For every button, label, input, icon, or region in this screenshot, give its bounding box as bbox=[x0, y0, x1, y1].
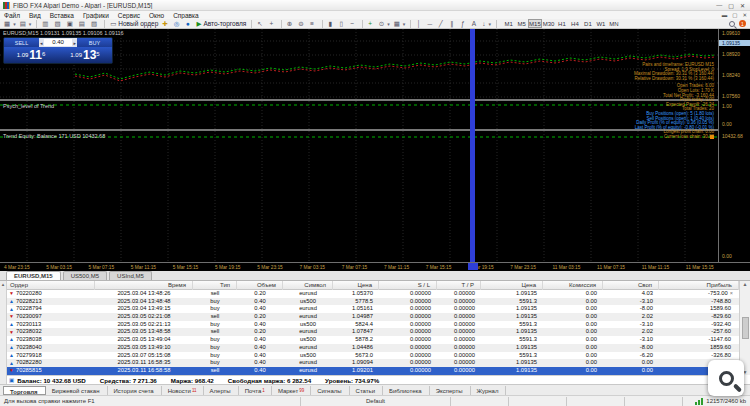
table-row[interactable]: ▲70282280 2025.03.11 16:58:35 buy 0.40 e… bbox=[7, 359, 739, 367]
column-header[interactable]: Символ bbox=[283, 281, 333, 290]
menu-view[interactable]: Вид bbox=[29, 12, 41, 19]
equity-scale-label: 0.00 bbox=[722, 253, 750, 259]
ea-info-line: Current loss chain: 30.88 bbox=[634, 135, 714, 140]
zoom-overlay-button[interactable] bbox=[708, 360, 744, 396]
order-open-price: 1.05370 bbox=[333, 290, 379, 298]
menu-file[interactable]: Файл bbox=[4, 12, 20, 19]
order-time: 2025.03.11 16:58:35 bbox=[95, 359, 193, 367]
order-open-price: 1.05161 bbox=[333, 305, 379, 313]
column-header[interactable]: Комиссия bbox=[543, 281, 603, 290]
order-type: buy bbox=[193, 344, 237, 352]
scrollbar-thumb[interactable] bbox=[742, 317, 749, 339]
order-profit: 1859.60 bbox=[710, 344, 731, 350]
order-type: sell bbox=[193, 328, 237, 336]
column-header[interactable]: Своп bbox=[603, 281, 659, 290]
toolbar: ▦ ▤ ▥ ▧ ▣ bbox=[0, 19, 750, 29]
terminal-left-strip[interactable]: ▴ bbox=[0, 281, 7, 395]
order-swap: 2.02 bbox=[603, 313, 659, 321]
subwindow-separator-1[interactable] bbox=[0, 99, 718, 101]
column-header[interactable]: T / P bbox=[437, 281, 481, 290]
column-header[interactable]: Ордер bbox=[7, 281, 95, 290]
order-commission: 0.00 bbox=[543, 359, 603, 367]
menu-charts[interactable]: Графики bbox=[83, 12, 109, 19]
table-row[interactable]: ▲70228794 2025.03.04 13:49:15 buy 0.40 e… bbox=[7, 305, 739, 313]
order-type-icon: ▲ bbox=[9, 307, 14, 312]
order-id: 70228213 bbox=[16, 298, 42, 306]
title-bar[interactable]: FIBO FX4 Alpari Demo - Alpari - [EURUSD,… bbox=[0, 0, 750, 11]
order-id: 70238040 bbox=[16, 344, 42, 352]
menu-insert[interactable]: Вставка bbox=[50, 12, 74, 19]
ea-info-line: Relative Drawdown: 30.31 % (3 160.44) bbox=[634, 77, 714, 82]
menu-help[interactable]: Справка bbox=[173, 12, 199, 19]
order-type-icon: ▲ bbox=[9, 299, 14, 304]
table-row[interactable]: ▼70285815 2025.03.11 16:58:58 sell 0.40 … bbox=[7, 367, 739, 375]
order-time: 2025.03.04 13:48:48 bbox=[95, 298, 193, 306]
table-row[interactable]: ▲70228213 2025.03.04 13:48:48 buy 0.40 u… bbox=[7, 298, 739, 306]
lot-input[interactable]: 0.40 bbox=[44, 39, 73, 46]
order-volume: 0.40 bbox=[237, 359, 283, 367]
chart-area[interactable]: EURUSD,M15 1.09131 1.09135 1.09106 1.091… bbox=[0, 29, 750, 262]
order-time: 2025.03.04 13:49:15 bbox=[95, 305, 193, 313]
table-row[interactable]: ▼70230097 2025.03.05 02:21:08 sell 0.20 … bbox=[7, 313, 739, 321]
chart-minimize-button[interactable]: ▬ bbox=[722, 12, 728, 18]
time-axis-label: 5 Mar 19:15 bbox=[215, 265, 241, 270]
menu-tools[interactable]: Сервис bbox=[118, 12, 140, 19]
buy-button[interactable]: 1.09 13 5 bbox=[58, 47, 112, 63]
buy-button-label[interactable]: BUY bbox=[77, 38, 112, 47]
table-row[interactable]: ▲70230113 2025.03.05 02:21:13 buy 0.40 u… bbox=[7, 321, 739, 329]
time-axis-label: 5 Mar 07:15 bbox=[89, 265, 115, 270]
vertical-line-object[interactable] bbox=[470, 29, 475, 262]
minimize-button[interactable]: — bbox=[716, 2, 722, 9]
column-header[interactable]: S / L bbox=[379, 281, 437, 290]
chart-restore-button[interactable]: ▢ bbox=[732, 12, 737, 18]
connection-status[interactable]: 12157/2460 kb bbox=[682, 397, 750, 406]
order-id: 70228794 bbox=[16, 305, 42, 313]
sell-button[interactable]: 1.09 11 6 bbox=[4, 47, 58, 63]
time-axis-label: 7 Mar 11:15 bbox=[384, 265, 409, 270]
close-order-icon[interactable]: × bbox=[730, 290, 733, 296]
window-title: FIBO FX4 Alpari Demo - Alpari - [EURUSD,… bbox=[13, 2, 716, 9]
order-commission: 0.00 bbox=[543, 305, 603, 313]
time-axis[interactable]: 4 Mar 23:155 Mar 03:155 Mar 07:155 Mar 1… bbox=[0, 262, 750, 271]
order-type-icon: ▲ bbox=[9, 337, 14, 342]
equity-scale-label: 10432.68 bbox=[722, 133, 750, 139]
search-icon[interactable] bbox=[729, 21, 735, 27]
maximize-button[interactable]: ▢ bbox=[728, 2, 734, 9]
order-sl: 0.00000 bbox=[379, 290, 437, 298]
close-button[interactable]: ✕ bbox=[740, 2, 745, 9]
table-row[interactable]: ▼70220280 2025.03.04 13:48:26 sell 0.20 … bbox=[7, 290, 739, 298]
grid-vertical-lines bbox=[27, 29, 685, 262]
column-header[interactable]: Время bbox=[95, 281, 193, 290]
terminal-tab-library: Библиотека bbox=[389, 387, 422, 395]
table-row[interactable]: ▲70238040 2025.03.05 13:49:10 buy 0.40 e… bbox=[7, 344, 739, 352]
price-scale[interactable]: 1.096101.089201.082401.07560 1.09135 1.0… bbox=[718, 29, 750, 262]
timeframe-buttons: M1 M5 M15 M30 H1 H4 D1 W1 MN bbox=[502, 19, 620, 28]
order-volume: 0.40 bbox=[237, 305, 283, 313]
column-header[interactable]: Цена bbox=[481, 281, 543, 290]
lot-stepper: ◂ 0.40 ▸ bbox=[39, 38, 77, 47]
time-axis-label: 7 Mar 03:15 bbox=[299, 265, 325, 270]
subwindow2-label: Trend Equity: Balance 171 USD 10432.68 bbox=[3, 133, 105, 139]
table-row[interactable]: ▼70238032 2025.03.05 13:48:58 sell 0.20 … bbox=[7, 328, 739, 336]
notification-icon[interactable]: 1 bbox=[739, 20, 746, 27]
time-axis-selection-marker bbox=[468, 263, 478, 270]
sell-button-label[interactable]: SELL bbox=[4, 38, 39, 47]
terminal-tab-articles: Статьи bbox=[356, 387, 375, 395]
order-commission: 0.00 bbox=[543, 290, 603, 298]
lot-increase-button[interactable]: ▸ bbox=[73, 40, 76, 46]
order-open-price: 5673.0 bbox=[333, 352, 379, 360]
table-row[interactable]: ▲70279918 2025.03.07 05:15:08 buy 0.40 u… bbox=[7, 352, 739, 360]
column-header[interactable]: Объем bbox=[237, 281, 283, 290]
menu-window[interactable]: Окно bbox=[149, 12, 164, 19]
column-header[interactable]: Тип bbox=[193, 281, 237, 290]
lot-decrease-button[interactable]: ◂ bbox=[40, 40, 43, 46]
column-header[interactable]: Прибыль bbox=[659, 281, 739, 290]
subwindow-separator-2[interactable] bbox=[0, 129, 718, 131]
status-profile[interactable]: Default bbox=[300, 397, 450, 406]
scroll-up-icon[interactable]: ▲ bbox=[743, 281, 748, 287]
chart-close-button[interactable]: ✕ bbox=[742, 12, 747, 18]
table-row[interactable]: ▲70238038 2025.03.05 13:49:04 buy 0.40 u… bbox=[7, 336, 739, 344]
order-current-price: 1.09135 bbox=[481, 305, 543, 313]
chart-tab-eurusd-m15: EURUSD,M15 bbox=[14, 273, 53, 279]
column-header[interactable]: Цена bbox=[333, 281, 379, 290]
